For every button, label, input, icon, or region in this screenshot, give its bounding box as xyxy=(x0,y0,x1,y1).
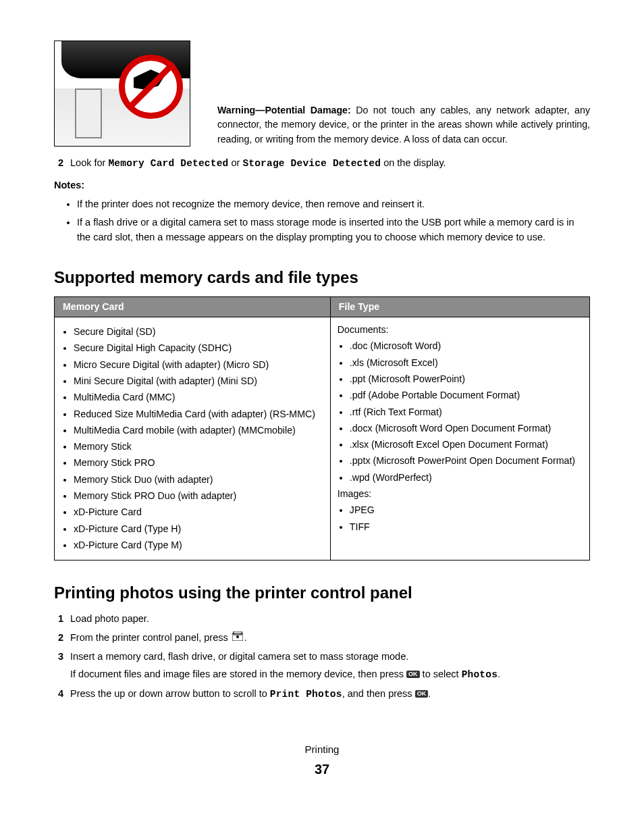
svg-point-2 xyxy=(236,635,239,638)
list-item: xD-Picture Card (Type H) xyxy=(74,522,326,536)
ok-button-icon: OK xyxy=(415,690,429,698)
list-item: .docx (Microsoft Word Open Document Form… xyxy=(350,421,585,436)
list-item: Memory Stick PRO xyxy=(74,456,326,470)
list-item: Memory Stick xyxy=(74,440,326,454)
list-item: Memory Stick PRO Duo (with adapter) xyxy=(74,489,326,503)
list-item: .doc (Microsoft Word) xyxy=(350,339,585,353)
notes-list: If the printer does not recognize the me… xyxy=(77,197,590,245)
list-item: Secure Digital (SD) xyxy=(74,325,326,339)
list-item: TIFF xyxy=(350,520,585,534)
page-footer: Printing 37 xyxy=(54,742,590,779)
section-heading-supported: Supported memory cards and file types xyxy=(54,265,590,290)
list-item: MultiMedia Card mobile (with adapter) (M… xyxy=(74,423,326,438)
list-item: JPEG xyxy=(350,503,585,517)
code-print-photos: Print Photos xyxy=(270,689,342,700)
list-item: .pptx (Microsoft PowerPoint Open Documen… xyxy=(350,454,585,468)
warning-label: Warning—Potential Damage: xyxy=(217,105,351,115)
printer-do-not-touch-illustration xyxy=(54,41,190,147)
col-file-type: File Type xyxy=(330,296,589,317)
list-item: .wpd (WordPerfect) xyxy=(350,471,585,485)
print-step-4: 4 Press the up or down arrow button to s… xyxy=(54,687,590,702)
print-step-3: 3 Insert a memory card, flash drive, or … xyxy=(54,650,590,683)
ok-button-icon: OK xyxy=(406,671,420,678)
list-item: xD-Picture Card xyxy=(74,505,326,519)
page-number: 37 xyxy=(54,759,590,779)
step-2: 2 Look for Memory Card Detected or Stora… xyxy=(54,156,590,172)
section-heading-printing-photos: Printing photos using the printer contro… xyxy=(54,581,590,605)
list-item: .xlsx (Microsoft Excel Open Document For… xyxy=(350,438,585,452)
cell-file-types: Documents: .doc (Microsoft Word) .xls (M… xyxy=(330,317,589,561)
list-item: .xls (Microsoft Excel) xyxy=(350,356,585,370)
prohibit-icon xyxy=(119,55,183,119)
print-step-1: 1 Load photo paper. xyxy=(54,612,590,627)
note-item: If a flash drive or a digital camera set… xyxy=(77,215,590,245)
note-item: If the printer does not recognize the me… xyxy=(77,197,590,212)
list-item: Secure Digital High Capacity (SDHC) xyxy=(74,341,326,355)
list-item: .rtf (Rich Text Format) xyxy=(350,405,585,419)
code-photos: Photos xyxy=(462,669,498,680)
list-item: Mini Secure Digital (with adapter) (Mini… xyxy=(74,374,326,388)
notes-heading: Notes: xyxy=(54,178,590,193)
chapter-label: Printing xyxy=(54,742,590,758)
code-memory-card-detected: Memory Card Detected xyxy=(108,158,228,169)
code-storage-device-detected: Storage Device Detected xyxy=(242,158,381,169)
warning-text: Warning—Potential Damage: Do not touch a… xyxy=(217,103,590,147)
list-item: MultiMedia Card (MMC) xyxy=(74,390,326,405)
supported-table: Memory Card File Type Secure Digital (SD… xyxy=(54,296,590,561)
list-item: Reduced Size MultiMedia Card (with adapt… xyxy=(74,407,326,421)
list-item: .ppt (Microsoft PowerPoint) xyxy=(350,372,585,386)
list-item: xD-Picture Card (Type M) xyxy=(74,538,326,552)
print-step-2: 2 From the printer control panel, press … xyxy=(54,631,590,646)
photo-menu-icon xyxy=(232,631,243,646)
list-item: Memory Stick Duo (with adapter) xyxy=(74,473,326,487)
cell-memory-cards: Secure Digital (SD) Secure Digital High … xyxy=(55,317,331,561)
list-item: Micro Secure Digital (with adapter) (Mic… xyxy=(74,358,326,372)
col-memory-card: Memory Card xyxy=(55,296,331,317)
list-item: .pdf (Adobe Portable Document Format) xyxy=(350,388,585,402)
